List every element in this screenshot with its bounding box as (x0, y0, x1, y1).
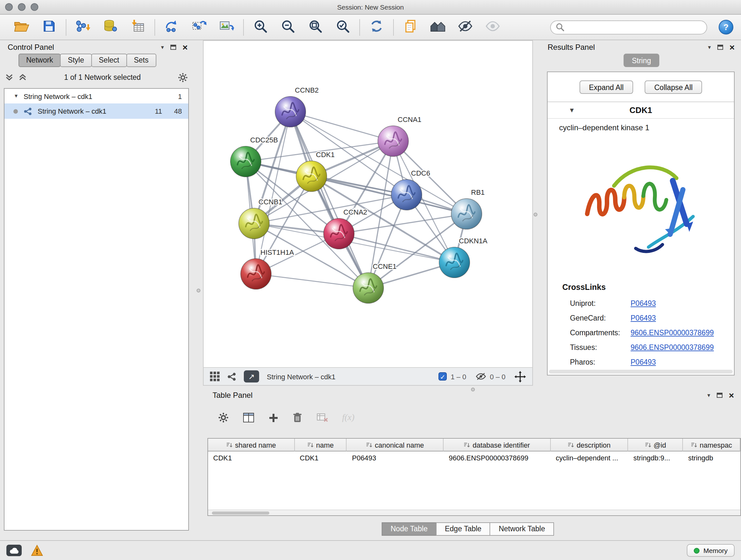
selected-checkbox-icon[interactable]: ✓ (439, 372, 447, 381)
gene-section-header[interactable]: ▼ CDK1 (548, 102, 734, 119)
network-node-CCNE1[interactable] (353, 273, 384, 303)
import-network-database-button[interactable] (102, 17, 119, 37)
expand-all-trees-icon[interactable] (18, 73, 27, 81)
collapse-all-trees-icon[interactable] (5, 73, 13, 81)
share-network-icon[interactable] (227, 372, 236, 381)
network-edge[interactable] (290, 112, 393, 141)
results-scrollbar[interactable] (549, 370, 733, 374)
panel-float-icon[interactable] (717, 393, 723, 398)
panel-float-icon[interactable] (718, 45, 723, 50)
table-cell[interactable]: P06493 (347, 451, 444, 464)
scrollbar-thumb[interactable] (212, 511, 269, 515)
document-snapshot-button[interactable] (401, 17, 419, 37)
panel-menu-caret-icon[interactable]: ▾ (708, 392, 711, 398)
crosslink-value-link[interactable]: P06493 (630, 299, 656, 307)
zoom-out-button[interactable] (279, 17, 297, 37)
column-header[interactable]: shared name (208, 439, 294, 451)
tab-select[interactable]: Select (91, 54, 127, 67)
crosslink-value-link[interactable]: P06493 (630, 358, 656, 366)
clone-network-button[interactable] (163, 17, 181, 37)
crosslink-value-link[interactable]: P06493 (630, 314, 656, 321)
splitter-handle[interactable] (197, 289, 200, 293)
network-edge[interactable] (256, 274, 368, 288)
network-node-CDC6[interactable] (391, 179, 422, 210)
panel-menu-caret-icon[interactable]: ▾ (161, 44, 164, 50)
panel-float-icon[interactable] (171, 45, 176, 50)
network-node-HIST1H1A[interactable] (241, 259, 271, 289)
table-cell[interactable]: cyclin–dependent ... (550, 451, 628, 464)
network-node-CCNB1[interactable] (239, 208, 269, 239)
panel-close-icon[interactable]: × (729, 391, 734, 400)
import-network-file-button[interactable] (74, 17, 92, 37)
network-collection-row[interactable]: ▾ String Network – cdk1 1 (4, 89, 188, 104)
zoom-in-button[interactable] (252, 17, 269, 37)
show-hidden-button[interactable] (484, 17, 502, 37)
panel-close-icon[interactable]: × (730, 43, 735, 52)
tab-network-table[interactable]: Network Table (490, 522, 554, 536)
splitter-handle[interactable] (471, 388, 475, 391)
zoom-selected-button[interactable] (334, 17, 352, 37)
table-cell[interactable]: CDK1 (208, 451, 294, 464)
column-header[interactable]: description (550, 439, 628, 451)
table-cell[interactable]: 9606.ENSP00000378699 (444, 451, 550, 464)
save-session-button[interactable] (40, 17, 58, 37)
table-row[interactable]: CDK1CDK1P064939606.ENSP00000378699cyclin… (208, 451, 740, 464)
network-node-CCNA1[interactable] (378, 126, 408, 157)
collection-expand-caret-icon[interactable]: ▾ (15, 93, 23, 99)
network-edge[interactable] (290, 112, 368, 288)
tab-node-table[interactable]: Node Table (382, 522, 436, 536)
export-image-button[interactable] (218, 17, 235, 37)
move-crosshair-icon[interactable] (515, 371, 526, 382)
network-node-CDKN1A[interactable] (439, 247, 470, 278)
grid-icon[interactable] (210, 372, 219, 381)
panel-menu-caret-icon[interactable]: ▾ (708, 44, 711, 50)
tab-sets[interactable]: Sets (126, 54, 156, 67)
hide-selected-button[interactable] (456, 17, 474, 37)
delete-trash-icon[interactable] (292, 412, 302, 423)
splitter-handle[interactable] (534, 212, 537, 216)
tab-edge-table[interactable]: Edge Table (436, 522, 490, 536)
show-columns-icon[interactable] (243, 413, 255, 423)
panel-close-icon[interactable]: × (183, 43, 188, 52)
hidden-eye-slash-icon[interactable] (475, 372, 486, 381)
network-node-RB1[interactable] (451, 199, 482, 229)
network-node-CDK1[interactable] (296, 161, 327, 192)
crosslink-value-link[interactable]: 9606.ENSP00000378699 (630, 343, 714, 351)
column-header[interactable]: canonical name (347, 439, 444, 451)
table-cell[interactable]: stringdb:9... (628, 451, 683, 464)
column-header[interactable]: namespac (683, 439, 740, 451)
cloud-button[interactable] (6, 545, 22, 556)
table-gear-icon[interactable] (218, 413, 228, 423)
refresh-view-button[interactable] (367, 17, 386, 37)
search-input[interactable] (568, 23, 701, 32)
new-network-from-selection-button[interactable] (190, 17, 208, 37)
network-graph[interactable]: CCNB2CCNA1CDC25BCDK1CDC6RB1CCNB1CCNA2CDK… (204, 41, 532, 367)
table-cell[interactable]: CDK1 (294, 451, 347, 464)
open-in-new-window-button[interactable]: ↗ (244, 370, 259, 382)
network-view[interactable]: CCNB2CCNA1CDC25BCDK1CDC6RB1CCNB1CCNA2CDK… (203, 40, 533, 386)
column-header[interactable]: name (294, 439, 347, 451)
memory-button[interactable]: Memory (687, 544, 735, 557)
tab-string[interactable]: String (623, 54, 659, 67)
warning-icon[interactable] (30, 545, 44, 556)
table-cell[interactable]: stringdb (683, 451, 740, 464)
network-node-CCNA2[interactable] (324, 219, 354, 249)
open-session-button[interactable] (13, 17, 30, 37)
gear-icon[interactable] (178, 72, 188, 82)
crosslink-value-link[interactable]: 9606.ENSP00000378699 (630, 328, 714, 336)
tab-network[interactable]: Network (18, 54, 61, 67)
help-button[interactable]: ? (719, 20, 733, 35)
zoom-fit-button[interactable] (307, 17, 324, 37)
column-header[interactable]: @id (628, 439, 683, 451)
overview-button[interactable] (429, 17, 447, 37)
tab-style[interactable]: Style (60, 54, 91, 67)
collapse-all-button[interactable]: Collapse All (645, 80, 702, 94)
section-collapse-caret-icon[interactable]: ▼ (569, 107, 575, 113)
network-row-selected[interactable]: String Network – cdk1 11 48 (4, 104, 188, 119)
network-node-CDC25B[interactable] (230, 146, 261, 177)
column-header[interactable]: database identifier (444, 439, 550, 451)
table-horizontal-scrollbar[interactable] (208, 509, 740, 515)
network-node-CCNB2[interactable] (275, 97, 306, 127)
expand-all-button[interactable]: Expand All (580, 80, 633, 94)
add-column-plus-icon[interactable] (269, 413, 278, 422)
